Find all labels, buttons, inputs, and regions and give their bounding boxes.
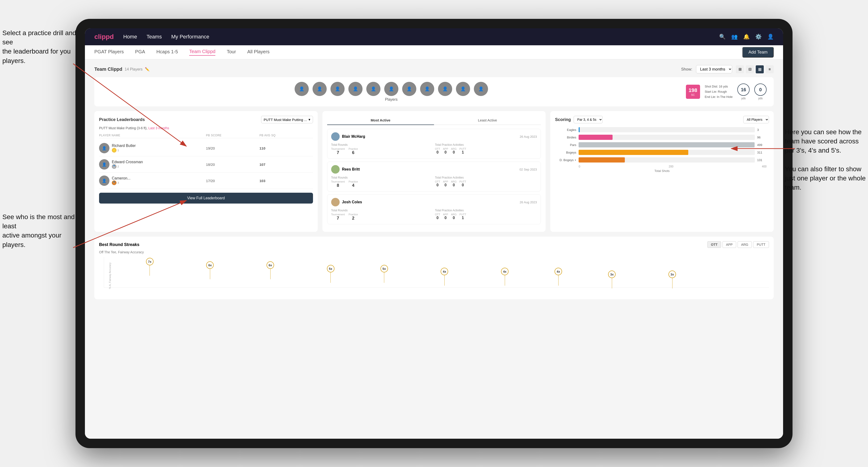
player-avatar-1[interactable]: 👤 [294,82,309,96]
pa-ott-1: OTT 0 [435,148,440,154]
bar-row-double-bogeys: D. Bogeys + 131 [557,157,767,162]
nav-bar: clippd Home Teams My Performance 🔍 👥 🔔 ⚙… [85,28,783,45]
lb-avg-2: 107 [259,162,313,166]
pa-header-2: Rees Britt 02 Sep 2023 [331,165,537,174]
lb-row-1: 👤 Richard Butler ⭐ 1 19/20 110 [99,140,313,156]
timeline-chart: 7x 6x 6x 5x [99,257,769,294]
leaderboards-card-header: Practice Leaderboards PUTT Must Make Put… [99,116,313,123]
bar-label-pars: Pars [557,143,576,147]
streak-dot-2[interactable]: 6x [206,261,214,279]
subnav-tour[interactable]: Tour [227,49,236,55]
main-content: Team Clippd 14 Players ✏️ Show: Last 3 m… [85,59,783,439]
subnav-pgat[interactable]: PGAT Players [94,49,124,55]
col-player-name: PLAYER NAME [99,134,206,137]
lb-badge-gold: ⭐ [112,148,117,153]
player-filter-select[interactable]: All Players [743,116,769,123]
filter-ott[interactable]: OTT [707,241,721,248]
player-avatar-11[interactable]: 👤 [474,82,488,96]
search-icon[interactable]: 🔍 [719,34,725,40]
lb-row-2: 👤 Edward Crossman 🥈 2 18/20 107 [99,156,313,173]
streak-dot-10[interactable]: 3x [669,271,676,288]
leaderboards-dropdown[interactable]: PUTT Must Make Putting ... ▾ [261,116,313,123]
pa-activities-3: Total Practice Activities OTT 0 APP 0 [435,209,537,221]
streaks-header: Best Round Streaks OTT APP ARG PUTT [99,241,769,248]
lb-badge-row-3: 🥉 3 [112,181,130,185]
bar-container-pars [579,142,755,148]
three-col-layout: Practice Leaderboards PUTT Must Make Put… [94,111,774,232]
lb-avg-3: 103 [259,179,313,183]
x-axis-200: 200 [669,165,673,168]
player-avatar-3[interactable]: 👤 [331,82,345,96]
start-lie: Start Lie: Rough [705,89,733,94]
bar-fill-double-bogeys [579,157,625,162]
player-avatar-8[interactable]: 👤 [420,82,434,96]
activity-row-2: Rees Britt 02 Sep 2023 Total Rounds Tour… [327,161,541,191]
streak-dot-6[interactable]: 4x [441,268,448,286]
lb-badge-silver: 🥈 [112,164,117,169]
view-grid-large[interactable]: ▦ [756,65,764,73]
bar-row-eagles: Eagles 3 [557,127,767,132]
bar-value-bogeys: 311 [757,151,767,154]
col-pb-score: PB SCORE [206,134,259,137]
activity-row-3: Josh Coles 26 Aug 2023 Total Rounds Tour… [327,194,541,224]
add-team-button[interactable]: Add Team [742,47,774,58]
nav-home[interactable]: Home [123,34,137,40]
streak-dot-8[interactable]: 4x [555,268,562,286]
filter-putt[interactable]: PUTT [753,241,769,248]
scoring-header: Scoring Par 3, 4 & 5s Par 3s Par 4s Par … [555,116,769,123]
lb-score-1: 19/20 [206,146,259,150]
time-period-select[interactable]: Last 3 months Last 6 months Last year [696,65,732,73]
streak-dot-5[interactable]: 5x [380,265,388,283]
users-icon[interactable]: 👥 [731,34,738,40]
subnav-pga[interactable]: PGA [135,49,145,55]
player-avatar-7[interactable]: 👤 [402,82,416,96]
player-avatar-5[interactable]: 👤 [366,82,380,96]
bar-fill-pars [579,142,754,148]
pa-rounds-vals-1: Tournament 7 Practice 6 [331,148,433,155]
pa-arg-2: ARG 0 [451,180,457,187]
nav-items: Home Teams My Performance [123,34,710,40]
circle-val-2: 0 [754,84,767,96]
nav-performance[interactable]: My Performance [171,34,209,40]
player-avatar-9[interactable]: 👤 [438,82,452,96]
player-avatar-4[interactable]: 👤 [348,82,363,96]
pa-activities-vals-1: OTT 0 APP 0 ARG 0 [435,148,537,154]
view-grid-small[interactable]: ⊞ [736,65,744,73]
app-logo: clippd [94,33,114,40]
subnav-hcaps[interactable]: Hcaps 1-5 [156,49,178,55]
filter-app[interactable]: APP [722,241,736,248]
player-avatar-6[interactable]: 👤 [384,82,398,96]
score-value: 198 [688,87,697,93]
settings-icon[interactable]: ⚙️ [755,34,762,40]
streak-dot-3[interactable]: 6x [267,261,274,279]
nav-teams[interactable]: Teams [147,34,162,40]
streak-dot-9[interactable]: 3x [608,271,616,288]
streak-dot-7[interactable]: 4x [501,268,508,286]
view-list[interactable]: ≡ [766,65,774,73]
pa-putt-3: PUTT 1 [460,213,466,220]
avatar-icon[interactable]: 👤 [767,34,774,40]
player-avatar-10[interactable]: 👤 [456,82,470,96]
tab-least-active[interactable]: Least Active [434,116,541,125]
view-leaderboard-button[interactable]: View Full Leaderboard [99,193,313,204]
pa-app-3: APP 0 [443,213,448,220]
subnav-teamclippd[interactable]: Team Clippd [189,49,215,56]
edit-icon[interactable]: ✏️ [145,67,150,71]
view-grid-medium[interactable]: ⊟ [746,65,754,73]
lb-badge-row-1: ⭐ 1 [112,148,135,153]
par-filter-select[interactable]: Par 3, 4 & 5s Par 3s Par 4s Par 5s [574,116,602,123]
player-avatar-2[interactable]: 👤 [312,82,327,96]
streak-dot-4[interactable]: 5x [327,265,335,283]
bell-icon[interactable]: 🔔 [743,34,750,40]
lb-row-3: 👤 Cameron... 🥉 3 17/20 103 [99,173,313,189]
filter-arg[interactable]: ARG [738,241,752,248]
lb-table-header: PLAYER NAME PB SCORE PB AVG SQ [99,133,313,138]
bar-container-bogeys [579,150,755,155]
subnav-allplayers[interactable]: All Players [247,49,269,55]
tab-most-active[interactable]: Most Active [327,116,434,125]
score-details: Shot Dist: 16 yds Start Lie: Rough End L… [705,84,733,99]
pa-app-2: APP 0 [443,180,448,187]
pa-header-3: Josh Coles 26 Aug 2023 [331,198,537,206]
streak-dot-1[interactable]: 7x [146,258,154,276]
pa-name-2: Rees Britt [331,165,360,174]
